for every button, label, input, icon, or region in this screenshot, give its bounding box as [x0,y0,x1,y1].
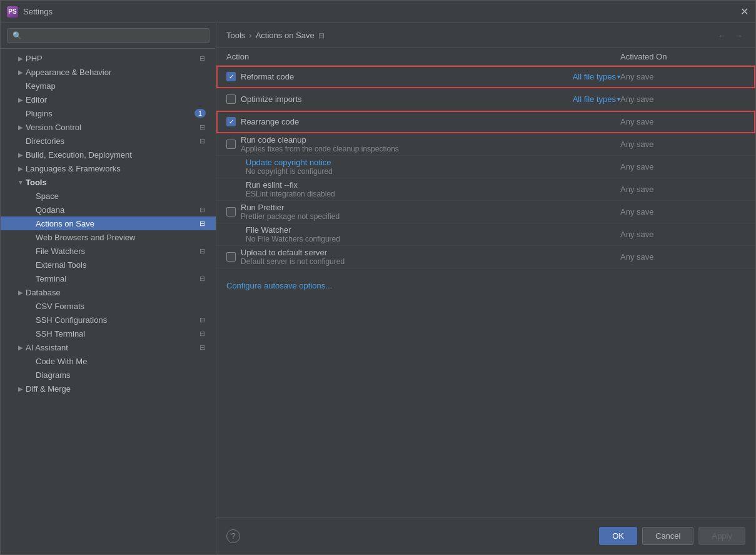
arrow-icon: ▶ [16,150,26,160]
content-area: Action Activated On Reformat code All fi… [216,48,755,517]
settings-icon: ⊟ [197,315,207,325]
settings-icon: ⊟ [197,273,207,283]
file-types-reformat-button[interactable]: All file types ▾ [573,72,620,81]
activated-run-code-cleanup: Any save [620,140,745,149]
arrow-icon: ▶ [16,342,26,352]
sublabel-run-eslint: ESLint integration disabled [246,190,335,198]
sidebar-item-external-tools[interactable]: ▶ External Tools [1,258,216,272]
sidebar-tree: ▶ PHP ⊟ ▶ Appearance & Behavior ▶ Keymap… [1,49,216,554]
file-types-optimize-button[interactable]: All file types ▾ [573,94,620,104]
sidebar-item-directories[interactable]: ▶ Directories ⊟ [1,134,216,148]
settings-icon: ⊟ [197,53,207,63]
nav-forward-button[interactable]: → [732,29,745,42]
footer-area: Configure autosave options... [216,268,755,303]
arrow-icon: ▶ [16,94,26,104]
row-run-code-cleanup: Run code cleanup Applies fixes from the … [226,135,620,153]
checkbox-run-code-cleanup[interactable] [226,140,236,149]
sidebar-item-actions-on-save[interactable]: ▶ Actions on Save ⊟ [1,216,216,230]
row-update-copyright: Update copyright notice No copyright is … [226,158,620,176]
sidebar: ▶ PHP ⊟ ▶ Appearance & Behavior ▶ Keymap… [1,23,216,554]
titlebar: PS Settings ✕ [1,1,755,23]
sublabel-update-copyright: No copyright is configured [246,167,333,176]
nav-back-button[interactable]: ← [715,29,729,42]
sidebar-item-ssh-configurations[interactable]: ▶ SSH Configurations ⊟ [1,313,216,327]
plugins-badge: 1 [194,109,206,118]
arrow-icon: ▶ [16,53,26,63]
settings-icon: ⊟ [197,218,207,228]
checkbox-rearrange-code[interactable] [226,117,236,126]
table-row: Optimize imports All file types ▾ Any sa… [216,88,755,111]
sidebar-item-file-watchers[interactable]: ▶ File Watchers ⊟ [1,244,216,258]
sidebar-item-plugins[interactable]: ▶ Plugins 1 [1,106,216,120]
breadcrumb-separator: › [249,31,251,40]
table-row: Run eslint --fix ESLint integration disa… [216,178,755,201]
sidebar-item-editor[interactable]: ▶ Editor [1,93,216,106]
label-file-watcher: File Watcher [246,225,340,235]
cancel-button[interactable]: Cancel [642,527,693,545]
sidebar-item-version-control[interactable]: ▶ Version Control ⊟ [1,120,216,134]
sidebar-item-space[interactable]: ▶ Space [1,189,216,203]
checkbox-optimize-imports[interactable] [226,94,236,104]
sidebar-item-build[interactable]: ▶ Build, Execution, Deployment [1,148,216,161]
settings-icon: ⊟ [197,342,207,352]
arrow-icon: ▶ [16,122,26,132]
close-button[interactable]: ✕ [739,7,749,17]
row-rearrange-code: Rearrange code [226,117,620,126]
sidebar-item-appearance[interactable]: ▶ Appearance & Behavior [1,65,216,79]
checkbox-upload-to-server[interactable] [226,252,236,262]
window-title: Settings [23,7,739,16]
activated-rearrange-code: Any save [620,117,745,126]
sublabel-run-prettier: Prettier package not specified [241,212,340,221]
row-run-prettier: Run Prettier Prettier package not specif… [226,203,620,221]
arrow-icon: ▼ [16,177,26,187]
sidebar-item-terminal[interactable]: ▶ Terminal ⊟ [1,272,216,285]
sidebar-item-csv-formats[interactable]: ▶ CSV Formats [1,299,216,313]
activated-update-copyright: Any save [620,162,745,171]
ok-button[interactable]: OK [599,527,637,545]
sidebar-item-keymap[interactable]: ▶ Keymap [1,79,216,93]
sidebar-item-web-browsers[interactable]: ▶ Web Browsers and Preview [1,230,216,244]
sidebar-item-diagrams[interactable]: ▶ Diagrams [1,368,216,382]
activated-upload-to-server: Any save [620,252,745,262]
row-optimize-imports: Optimize imports All file types ▾ [226,94,620,104]
header-activated-on: Activated On [620,52,745,61]
sidebar-item-code-with-me[interactable]: ▶ Code With Me [1,354,216,368]
checkbox-reformat-code[interactable] [226,72,236,81]
row-run-eslint: Run eslint --fix ESLint integration disa… [226,180,620,198]
sidebar-item-php[interactable]: ▶ PHP ⊟ [1,51,216,65]
sidebar-item-ai-assistant[interactable]: ▶ AI Assistant ⊟ [1,340,216,354]
bottom-left: ? [226,529,594,543]
table-row: Run Prettier Prettier package not specif… [216,201,755,223]
checkbox-run-prettier[interactable] [226,207,236,216]
settings-icon: ⊟ [197,205,207,215]
search-input[interactable] [7,28,209,43]
settings-icon: ⊟ [197,328,207,339]
label-upload-to-server: Upload to default server [241,248,345,257]
breadcrumb-current: Actions on Save [256,31,315,40]
configure-autosave-link[interactable]: Configure autosave options... [216,273,342,298]
sidebar-item-diff-merge[interactable]: ▶ Diff & Merge [1,382,216,395]
sublabel-file-watcher: No File Watchers configured [246,235,340,243]
activated-file-watcher: Any save [620,230,745,239]
table-row: Update copyright notice No copyright is … [216,156,755,178]
row-file-watcher: File Watcher No File Watchers configured [226,225,620,243]
apply-button[interactable]: Apply [698,527,745,545]
label-run-eslint: Run eslint --fix [246,180,335,190]
sublabel-run-code-cleanup: Applies fixes from the code cleanup insp… [241,145,399,153]
sidebar-item-qodana[interactable]: ▶ Qodana ⊟ [1,203,216,216]
arrow-icon: ▶ [16,163,26,173]
app-icon: PS [7,6,18,18]
label-rearrange-code: Rearrange code [241,117,299,126]
sidebar-item-ssh-terminal[interactable]: ▶ SSH Terminal ⊟ [1,327,216,340]
help-button[interactable]: ? [226,529,240,543]
row-reformat-code: Reformat code All file types ▾ [226,72,620,81]
sublabel-upload-to-server: Default server is not configured [241,257,345,266]
sidebar-item-tools[interactable]: ▼ Tools [1,175,216,189]
sidebar-item-database[interactable]: ▶ Database [1,285,216,299]
table-row: Rearrange code Any save [216,111,755,133]
sidebar-item-languages[interactable]: ▶ Languages & Frameworks [1,161,216,175]
arrow-icon: ▶ [16,384,26,394]
nav-arrows: ← → [715,29,745,42]
header-action: Action [226,52,620,61]
breadcrumb-icon: ⊟ [318,31,325,40]
